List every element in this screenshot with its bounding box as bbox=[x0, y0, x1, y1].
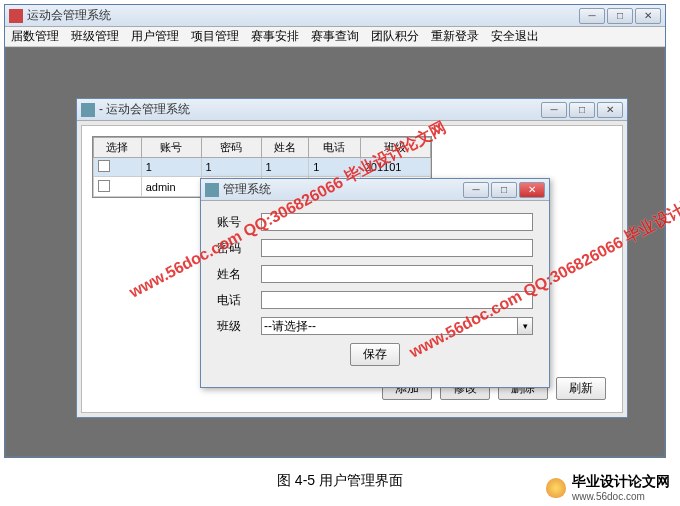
col-tel[interactable]: 电话 bbox=[309, 138, 360, 158]
cell: 1 bbox=[141, 158, 201, 177]
menu-item[interactable]: 用户管理 bbox=[131, 28, 179, 45]
label-password: 密码 bbox=[217, 240, 253, 257]
main-titlebar: 运动会管理系统 ─ □ ✕ bbox=[5, 5, 665, 27]
cell: admin bbox=[141, 177, 201, 197]
brand-text: 毕业设计论文网 bbox=[572, 473, 670, 489]
row-checkbox[interactable] bbox=[98, 180, 110, 192]
window-controls: ─ □ ✕ bbox=[463, 182, 545, 198]
label-name: 姓名 bbox=[217, 266, 253, 283]
footer-brand: 毕业设计论文网 www.56doc.com bbox=[546, 473, 670, 502]
cell: 201101 bbox=[360, 158, 430, 177]
label-account: 账号 bbox=[217, 214, 253, 231]
account-field[interactable] bbox=[261, 213, 533, 231]
class-field[interactable] bbox=[261, 317, 517, 335]
dialog-title: 管理系统 bbox=[223, 181, 463, 198]
minimize-button[interactable]: ─ bbox=[463, 182, 489, 198]
app-icon bbox=[81, 103, 95, 117]
label-class: 班级 bbox=[217, 318, 253, 335]
menu-item[interactable]: 团队积分 bbox=[371, 28, 419, 45]
cell: 1 bbox=[309, 158, 360, 177]
cell: 1 bbox=[201, 158, 261, 177]
row-checkbox[interactable] bbox=[98, 160, 110, 172]
minimize-button[interactable]: ─ bbox=[579, 8, 605, 24]
refresh-button[interactable]: 刷新 bbox=[556, 377, 606, 400]
child-title: - 运动会管理系统 bbox=[99, 101, 541, 118]
col-class[interactable]: 班级 bbox=[360, 138, 430, 158]
menu-item[interactable]: 届数管理 bbox=[11, 28, 59, 45]
menubar: 届数管理 班级管理 用户管理 项目管理 赛事安排 赛事查询 团队积分 重新登录 … bbox=[5, 27, 665, 47]
maximize-button[interactable]: □ bbox=[569, 102, 595, 118]
cell: 1 bbox=[261, 158, 309, 177]
menu-item[interactable]: 项目管理 bbox=[191, 28, 239, 45]
menu-item[interactable]: 安全退出 bbox=[491, 28, 539, 45]
app-icon bbox=[9, 9, 23, 23]
table-row[interactable]: 1 1 1 1 201101 bbox=[94, 158, 431, 177]
main-title: 运动会管理系统 bbox=[27, 7, 579, 24]
maximize-button[interactable]: □ bbox=[607, 8, 633, 24]
close-button[interactable]: ✕ bbox=[597, 102, 623, 118]
close-button[interactable]: ✕ bbox=[635, 8, 661, 24]
grid-header-row: 选择 账号 密码 姓名 电话 班级 bbox=[94, 138, 431, 158]
close-button[interactable]: ✕ bbox=[519, 182, 545, 198]
col-select[interactable]: 选择 bbox=[94, 138, 142, 158]
dialog-titlebar: 管理系统 ─ □ ✕ bbox=[201, 179, 549, 201]
menu-item[interactable]: 班级管理 bbox=[71, 28, 119, 45]
app-icon bbox=[205, 183, 219, 197]
menu-item[interactable]: 赛事安排 bbox=[251, 28, 299, 45]
col-password[interactable]: 密码 bbox=[201, 138, 261, 158]
edit-dialog: 管理系统 ─ □ ✕ 账号 密码 姓名 电话 班级 ▾ bbox=[200, 178, 550, 388]
name-field[interactable] bbox=[261, 265, 533, 283]
minimize-button[interactable]: ─ bbox=[541, 102, 567, 118]
chevron-down-icon[interactable]: ▾ bbox=[517, 317, 533, 335]
class-combo[interactable]: ▾ bbox=[261, 317, 533, 335]
window-controls: ─ □ ✕ bbox=[579, 8, 661, 24]
maximize-button[interactable]: □ bbox=[491, 182, 517, 198]
bulb-icon bbox=[546, 478, 566, 498]
tel-field[interactable] bbox=[261, 291, 533, 309]
col-name[interactable]: 姓名 bbox=[261, 138, 309, 158]
menu-item[interactable]: 重新登录 bbox=[431, 28, 479, 45]
col-account[interactable]: 账号 bbox=[141, 138, 201, 158]
save-button[interactable]: 保存 bbox=[350, 343, 400, 366]
window-controls: ─ □ ✕ bbox=[541, 102, 623, 118]
dialog-body: 账号 密码 姓名 电话 班级 ▾ 保存 bbox=[201, 201, 549, 378]
label-tel: 电话 bbox=[217, 292, 253, 309]
menu-item[interactable]: 赛事查询 bbox=[311, 28, 359, 45]
password-field[interactable] bbox=[261, 239, 533, 257]
brand-url: www.56doc.com bbox=[572, 491, 670, 502]
child-titlebar: - 运动会管理系统 ─ □ ✕ bbox=[77, 99, 627, 121]
